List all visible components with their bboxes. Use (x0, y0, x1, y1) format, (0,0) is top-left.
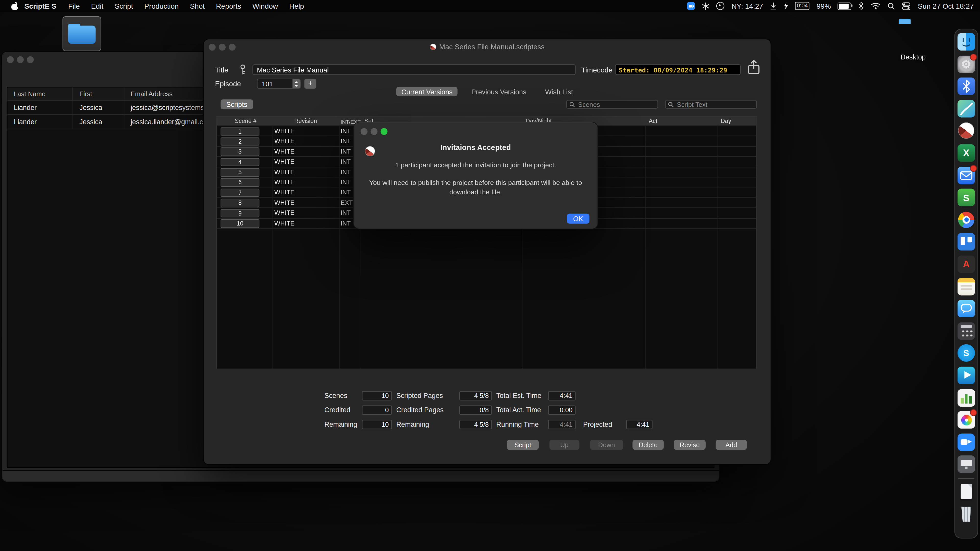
notes-icon[interactable] (958, 278, 975, 295)
invitations-accepted-dialog: Invitaions Accepted 1 participant accept… (353, 122, 598, 229)
messages-icon[interactable] (958, 300, 975, 318)
system-settings-icon[interactable]: ⚙ (958, 56, 975, 73)
add-button[interactable]: Add (716, 440, 747, 450)
finder-icon[interactable] (958, 33, 975, 51)
photos-icon[interactable] (958, 411, 975, 429)
tab-previous-versions[interactable]: Previous Versions (466, 87, 531, 96)
zoom-app-icon[interactable] (958, 433, 975, 451)
desktop-folder-label: Desktop (886, 53, 940, 60)
menu-production[interactable]: Production (138, 2, 184, 10)
battery-timer-badge: 0:04 (795, 2, 810, 10)
minimize-button[interactable] (17, 56, 24, 63)
ny-time-label[interactable]: NY: 14:27 (732, 2, 763, 10)
revision-cell: WHITE (274, 138, 294, 144)
close-button[interactable] (361, 128, 368, 135)
close-button[interactable] (7, 56, 14, 63)
excel-icon[interactable]: X (958, 144, 975, 162)
credited-label: Credited (325, 405, 350, 415)
notification-badge (970, 54, 977, 60)
timecode-label: Timecode (581, 66, 613, 74)
scene-number-cell: 2 (221, 138, 259, 146)
credited-field[interactable]: 0 (362, 405, 392, 415)
app-pie-icon (430, 44, 436, 50)
scene-number-cell: 1 (221, 127, 259, 135)
maps-icon[interactable] (958, 100, 975, 118)
menu-bar: ScriptE S File Edit Script Production Sh… (0, 0, 980, 12)
menu-shot[interactable]: Shot (184, 2, 210, 10)
scenes-count-field[interactable]: 10 (362, 391, 392, 400)
share-button[interactable] (747, 59, 762, 76)
total-est-time-label: Total Est. Time (496, 391, 541, 400)
menu-window[interactable]: Window (247, 2, 283, 10)
menu-reports[interactable]: Reports (210, 2, 247, 10)
battery-percent-label: 99% (816, 2, 831, 10)
header-act: Act (649, 118, 657, 124)
trello-icon[interactable] (958, 233, 975, 251)
scripte-green-icon[interactable]: S (958, 189, 975, 206)
int-ext-cell: INT (341, 220, 351, 227)
notification-badge (970, 409, 977, 416)
scenes-search[interactable] (566, 100, 658, 109)
revise-button[interactable]: Revise (674, 440, 706, 450)
zoom-button[interactable] (27, 56, 34, 63)
scripte-app-icon[interactable] (958, 122, 975, 140)
script-button[interactable]: Script (507, 440, 539, 450)
script-text-search[interactable] (665, 100, 757, 109)
minimize-button[interactable] (371, 128, 377, 135)
record-status-icon[interactable] (717, 2, 725, 10)
scenes-count-label: Scenes (325, 391, 347, 400)
numbers-chart-icon[interactable] (958, 389, 975, 407)
apple-menu-icon[interactable] (11, 2, 18, 10)
dialog-message-2: You will need to publish the project bef… (363, 178, 588, 196)
menu-help[interactable]: Help (283, 2, 310, 10)
menu-bar-clock[interactable]: Sun 27 Oct 18:27 (918, 2, 974, 10)
media-player-icon[interactable] (958, 367, 975, 384)
app-menu-name[interactable]: ScriptE S (18, 2, 62, 10)
control-center-icon[interactable] (902, 2, 911, 10)
menu-edit[interactable]: Edit (86, 2, 109, 10)
zoom-status-icon[interactable] (687, 2, 695, 10)
acrobat-icon[interactable]: A (958, 256, 975, 273)
bluetooth-app-icon[interactable] (958, 78, 975, 95)
snowflake-icon[interactable] (702, 2, 710, 10)
scripts-tab[interactable]: Scripts (221, 99, 253, 109)
ok-button[interactable]: OK (567, 214, 589, 224)
download-status-icon[interactable] (770, 2, 777, 10)
skype-icon[interactable]: S (958, 345, 975, 362)
dialog-traffic-lights[interactable] (361, 128, 387, 135)
menu-script[interactable]: Script (109, 2, 138, 10)
chrome-icon[interactable] (958, 211, 975, 229)
window-title-text: Mac Series File Manual.scriptess (439, 43, 545, 51)
calculator-icon[interactable] (958, 322, 975, 340)
script-text-search-input[interactable] (676, 100, 754, 109)
skype-s-glyph: S (958, 345, 975, 362)
selected-desktop-folder[interactable] (62, 16, 101, 51)
bluetooth-icon[interactable] (859, 2, 864, 10)
search-icon (570, 102, 575, 107)
zoom-button[interactable] (380, 128, 387, 135)
tab-current-versions[interactable]: Current Versions (396, 87, 458, 96)
dialog-title: Invitaions Accepted (354, 143, 597, 152)
scripted-pages-field[interactable]: 4 5/8 (460, 391, 492, 400)
header-revision: Revision (272, 118, 339, 124)
wifi-icon[interactable] (871, 3, 881, 10)
battery-icon[interactable] (838, 2, 852, 10)
documents-stack-icon[interactable] (958, 483, 975, 501)
total-est-time-field: 4:41 (548, 391, 576, 400)
trash-icon[interactable] (958, 505, 975, 523)
cell-last-name: Liander (7, 115, 73, 129)
up-button: Up (549, 440, 579, 450)
remote-desktop-icon[interactable] (958, 456, 975, 473)
credited-pages-field[interactable]: 0/8 (460, 405, 492, 415)
scenes-search-input[interactable] (577, 100, 655, 109)
window-traffic-lights[interactable] (7, 56, 34, 63)
spotlight-search-icon[interactable] (888, 2, 895, 10)
title-bar[interactable]: Mac Series File Manual.scriptess (204, 39, 770, 54)
tab-wish-list[interactable]: Wish List (540, 87, 578, 96)
menu-file[interactable]: File (62, 2, 85, 10)
delete-button[interactable]: Delete (632, 440, 663, 450)
pie-chart-icon (958, 123, 974, 139)
mail-icon[interactable] (958, 167, 975, 184)
title-input[interactable] (252, 64, 576, 75)
int-ext-cell: INT (341, 189, 351, 196)
